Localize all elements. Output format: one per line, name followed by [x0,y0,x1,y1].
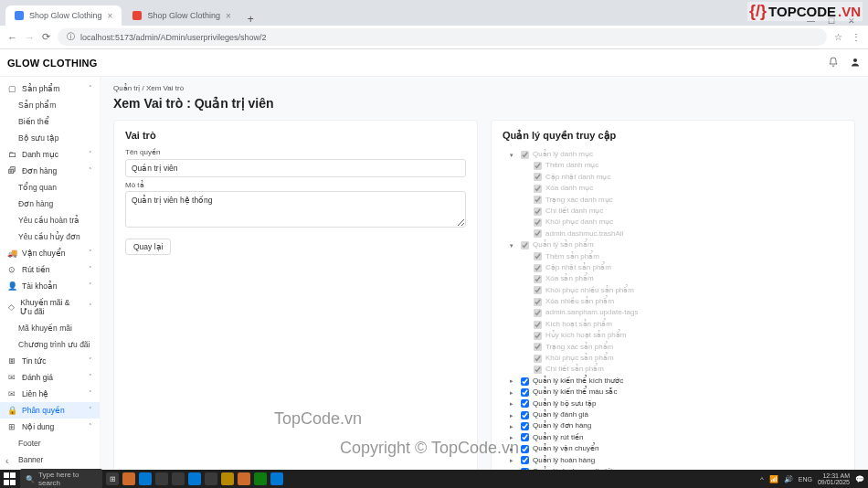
close-icon[interactable]: × [108,11,113,21]
sidebar-item-t-i-kho-n[interactable]: 👤Tài khoản˅ [0,278,100,294]
sidebar-subitem[interactable]: Yêu cầu hoàn trả [0,212,100,228]
sidebar-item-danh-m-c[interactable]: 🗀Danh mục˅ [0,146,100,163]
permission-checkbox[interactable] [521,411,529,419]
permission-row[interactable]: Khôi phục sản phẩm [503,353,843,364]
taskbar-search[interactable]: 🔍 Type here to search [20,469,102,488]
role-desc-input[interactable] [125,191,466,228]
permission-checkbox[interactable] [534,185,542,193]
permission-checkbox[interactable] [521,433,529,441]
new-tab-button[interactable]: + [242,13,259,26]
pinned-app-icon[interactable] [238,472,250,485]
permission-checkbox[interactable] [534,218,542,227]
permission-row[interactable]: admin.sanpham.update-tags [503,307,843,318]
permission-checkbox[interactable] [521,377,529,386]
pinned-app-icon[interactable] [254,472,267,485]
permission-row[interactable]: Trạng xác danh mục [503,195,843,206]
permission-checkbox[interactable] [534,162,542,170]
permission-checkbox[interactable] [534,355,542,363]
permission-checkbox[interactable] [521,456,529,464]
forward-icon[interactable]: → [25,32,35,43]
sidebar-item-ph-n-quy-n[interactable]: 🔒Phân quyền˅ [0,402,100,419]
sidebar-subitem[interactable]: Yêu cầu hủy đơn [0,228,100,245]
back-icon[interactable]: ← [7,32,17,43]
permission-row[interactable]: ▸Quản lý rút tiền [503,432,843,443]
language-indicator[interactable]: ENG [799,476,812,483]
permission-checkbox[interactable] [534,286,542,294]
reload-icon[interactable]: ⟳ [42,31,50,43]
permission-checkbox[interactable] [521,241,529,249]
sidebar-subitem[interactable]: Đơn hàng [0,196,100,212]
sidebar-item-khuy-n-m-i-u-i[interactable]: ◇Khuyến mãi & Ưu đãi˄ [0,294,100,320]
role-name-input[interactable] [125,159,466,177]
permission-checkbox[interactable] [534,275,542,283]
permission-row[interactable]: Cập nhật sản phẩm [503,262,843,273]
browser-tab[interactable]: Shop Glow Clothing × [123,5,239,26]
sidebar-item-n-i-dung[interactable]: ⊞Nội dung˄ [0,419,100,435]
sidebar-subitem[interactable]: Banner [0,451,100,468]
pinned-app-icon[interactable] [205,472,217,485]
permission-checkbox[interactable] [534,298,542,306]
permission-checkbox[interactable] [521,445,529,453]
browser-tab-active[interactable]: Shop Glow Clothing × [5,5,122,26]
taskbar-clock[interactable]: 12:31 AM 09/01/2025 [818,472,850,485]
sidebar-subitem[interactable]: Biến thể [0,113,100,130]
notification-icon[interactable]: 💬 [855,475,864,483]
permission-row[interactable]: Thêm sản phẩm [503,251,843,262]
permission-row[interactable]: Chi tiết sản phẩm [503,364,843,375]
permission-checkbox[interactable] [534,196,542,204]
permission-checkbox[interactable] [534,173,542,181]
back-button[interactable]: Quay lại [125,239,171,255]
permission-row[interactable]: ▾Quản lý danh mục [503,149,843,160]
permission-row[interactable]: Xóa danh mục [503,183,843,194]
permission-row[interactable]: ▸Quản lý đơn hàng [503,420,843,431]
sidebar-item-tin-t-c[interactable]: 🗏Tin tức˅ [0,353,100,369]
permission-checkbox[interactable] [534,207,542,216]
pinned-app-icon[interactable] [188,472,201,485]
permission-checkbox[interactable] [534,229,542,238]
permission-row[interactable]: ▾Quản lý sản phẩm [503,239,843,250]
sidebar-item-r-t-ti-n[interactable]: ⊙Rút tiền˅ [0,261,100,278]
sidebar-item-s-n-ph-m[interactable]: ▢Sản phẩm˄ [0,80,100,97]
pinned-app-icon[interactable] [172,472,185,485]
sidebar-subitem[interactable]: Tổng quan [0,179,100,196]
permission-checkbox[interactable] [521,422,529,430]
permission-row[interactable]: ▸Quản lý kiến thể màu sắc [503,387,843,398]
permission-row[interactable]: Khôi phục nhiều sản phẩm [503,285,843,296]
permission-checkbox[interactable] [534,264,542,272]
permission-checkbox[interactable] [534,309,542,317]
sidebar-subitem[interactable]: Chương trình ưu đãi [0,336,100,353]
bell-icon[interactable] [828,55,839,71]
permission-checkbox[interactable] [534,332,542,340]
permission-row[interactable]: Xóa sản phẩm [503,273,843,284]
sidebar-subitem[interactable]: Footer [0,435,100,451]
pinned-app-icon[interactable] [122,472,135,485]
tray-chevron-icon[interactable]: ^ [760,475,764,483]
sidebar-collapse-button[interactable]: ‹ [5,456,8,466]
permission-row[interactable]: Chi tiết danh mục [503,206,843,217]
sidebar-item-li-n-h-[interactable]: ✉Liên hệ˅ [0,386,100,402]
start-button[interactable] [4,472,16,485]
permission-checkbox[interactable] [534,343,542,351]
volume-icon[interactable]: 🔊 [784,475,793,483]
permission-row[interactable]: admin.dashmuc.trashAll [503,228,843,239]
extension-icon[interactable]: ⋮ [852,32,861,42]
wifi-icon[interactable]: 📶 [769,475,778,483]
sidebar-subitem[interactable]: Bộ sưu tập [0,130,100,146]
permission-row[interactable]: ▸Quản lý vận chuyển [503,443,843,454]
permission-row[interactable]: Hủy kích hoạt sản phẩm [503,330,843,341]
permission-row[interactable]: ▸Quản lý kiến thể kích thước [503,376,843,387]
permission-row[interactable]: Xóa nhiều sản phẩm [503,296,843,307]
permission-row[interactable]: Khôi phục danh mục [503,217,843,228]
sidebar-item--n-h-ng[interactable]: 🗊Đơn hàng˄ [0,163,100,179]
permission-checkbox[interactable] [521,388,529,397]
pinned-app-icon[interactable] [221,472,234,485]
permission-row[interactable]: ▸Quản lý hoàn hàng [503,455,843,466]
permission-row[interactable]: Trạng xác sản phẩm [503,342,843,353]
permission-row[interactable]: Cập nhật danh mục [503,172,843,183]
permission-checkbox[interactable] [521,151,529,159]
permission-row[interactable]: ▸Quản lý bộ sưu tập [503,398,843,409]
star-icon[interactable]: ☆ [834,32,842,42]
permission-row[interactable]: Kích hoạt sản phẩm [503,319,843,330]
pinned-app-icon[interactable] [155,472,168,485]
user-avatar-icon[interactable] [850,55,861,71]
